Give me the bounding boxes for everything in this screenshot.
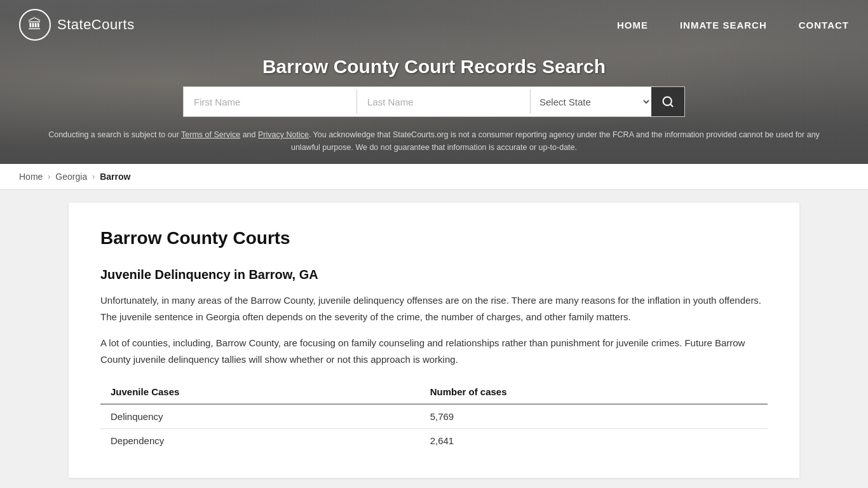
- table-cell-count: 5,769: [420, 404, 768, 429]
- breadcrumb-county: Barrow: [100, 172, 130, 182]
- search-button[interactable]: [651, 87, 684, 116]
- table-col2-header: Number of cases: [420, 380, 768, 404]
- first-name-input[interactable]: [184, 89, 356, 115]
- disclaimer-text-before: Conducting a search is subject to our: [48, 130, 181, 139]
- page-title-section: Barrow County Court Records Search: [0, 50, 868, 86]
- nav-links: HOME INMATE SEARCH CONTACT: [617, 20, 849, 30]
- logo-icon: 🏛: [19, 9, 51, 41]
- table-cell-count: 2,641: [420, 429, 768, 453]
- breadcrumb: Home › Georgia › Barrow: [0, 164, 868, 190]
- disclaimer: Conducting a search is subject to our Te…: [0, 123, 868, 164]
- main-content: Barrow County Courts Juvenile Delinquenc…: [0, 190, 868, 488]
- section-1-title: Juvenile Delinquency in Barrow, GA: [100, 268, 768, 282]
- table-row: Delinquency 5,769: [100, 404, 768, 429]
- table-col1-header: Juvenile Cases: [100, 380, 420, 404]
- nav-inmate-search[interactable]: INMATE SEARCH: [680, 20, 767, 30]
- search-bar: Select State AlabamaAlaskaArizona Arkans…: [183, 86, 685, 117]
- site-name: StateCourts: [57, 17, 135, 33]
- nav-contact[interactable]: CONTACT: [799, 20, 849, 30]
- page-title: Barrow County Court Records Search: [13, 56, 855, 78]
- last-name-input[interactable]: [357, 89, 530, 115]
- svg-line-1: [670, 104, 673, 107]
- logo-link[interactable]: 🏛 StateCourts: [19, 9, 135, 41]
- paragraph-1: Unfortunately, in many areas of the Barr…: [100, 292, 768, 325]
- disclaimer-text-after: . You acknowledge that StateCourts.org i…: [291, 130, 820, 152]
- breadcrumb-sep-1: ›: [48, 172, 50, 181]
- county-title: Barrow County Courts: [100, 228, 768, 248]
- breadcrumb-sep-2: ›: [92, 172, 95, 181]
- table-row: Dependency 2,641: [100, 429, 768, 453]
- disclaimer-text-between: and: [240, 130, 258, 139]
- search-icon: [661, 95, 674, 108]
- nav-home[interactable]: HOME: [617, 20, 648, 30]
- search-bar-container: Select State AlabamaAlaskaArizona Arkans…: [0, 86, 868, 123]
- navbar: 🏛 StateCourts HOME INMATE SEARCH CONTACT: [0, 0, 868, 50]
- content-card: Barrow County Courts Juvenile Delinquenc…: [69, 203, 799, 478]
- header: 🏛 StateCourts HOME INMATE SEARCH CONTACT…: [0, 0, 868, 164]
- table-cell-case-type: Dependency: [100, 429, 420, 453]
- breadcrumb-home[interactable]: Home: [19, 172, 43, 182]
- terms-of-service-link[interactable]: Terms of Service: [181, 130, 240, 139]
- state-select[interactable]: Select State AlabamaAlaskaArizona Arkans…: [531, 88, 651, 116]
- paragraph-2: A lot of counties, including, Barrow Cou…: [100, 335, 768, 367]
- privacy-notice-link[interactable]: Privacy Notice: [258, 130, 309, 139]
- juvenile-cases-table: Juvenile Cases Number of cases Delinquen…: [100, 380, 768, 452]
- table-cell-case-type: Delinquency: [100, 404, 420, 429]
- breadcrumb-state[interactable]: Georgia: [55, 172, 87, 182]
